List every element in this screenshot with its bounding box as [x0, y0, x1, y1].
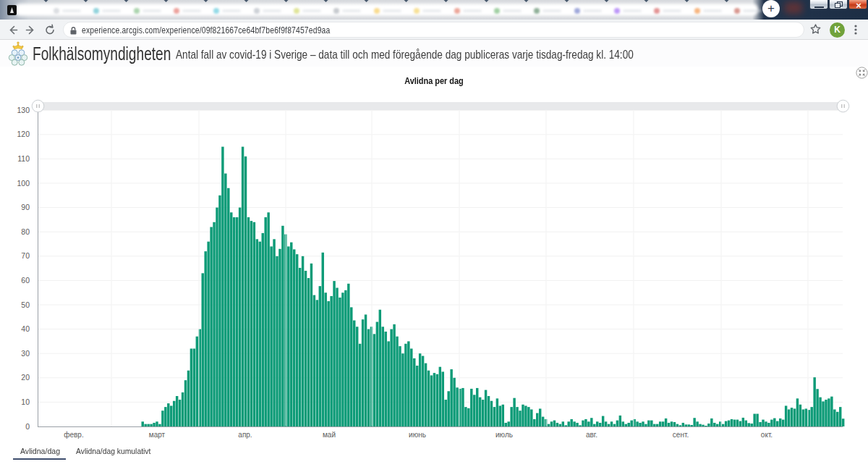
- svg-text:80: 80: [21, 227, 30, 236]
- svg-text:90: 90: [21, 203, 30, 211]
- svg-text:10: 10: [21, 397, 30, 406]
- svg-text:июль: июль: [495, 431, 513, 439]
- svg-text:30: 30: [21, 349, 30, 358]
- svg-text:130: 130: [17, 106, 30, 114]
- svg-text:сент.: сент.: [673, 431, 689, 439]
- svg-text:авг.: авг.: [586, 431, 597, 439]
- svg-text:март: март: [149, 431, 166, 439]
- svg-text:60: 60: [21, 276, 30, 285]
- svg-text:май: май: [323, 431, 336, 439]
- svg-text:окт.: окт.: [761, 431, 773, 439]
- svg-text:20: 20: [21, 373, 30, 382]
- svg-text:февр.: февр.: [64, 431, 83, 439]
- svg-text:апр.: апр.: [238, 431, 252, 439]
- svg-text:70: 70: [21, 251, 30, 260]
- svg-text:110: 110: [17, 154, 30, 163]
- svg-text:120: 120: [17, 130, 30, 138]
- svg-text:июнь: июнь: [409, 431, 426, 439]
- svg-text:0: 0: [25, 422, 30, 431]
- svg-text:40: 40: [21, 324, 30, 333]
- svg-text:100: 100: [17, 179, 30, 188]
- svg-text:50: 50: [21, 300, 30, 309]
